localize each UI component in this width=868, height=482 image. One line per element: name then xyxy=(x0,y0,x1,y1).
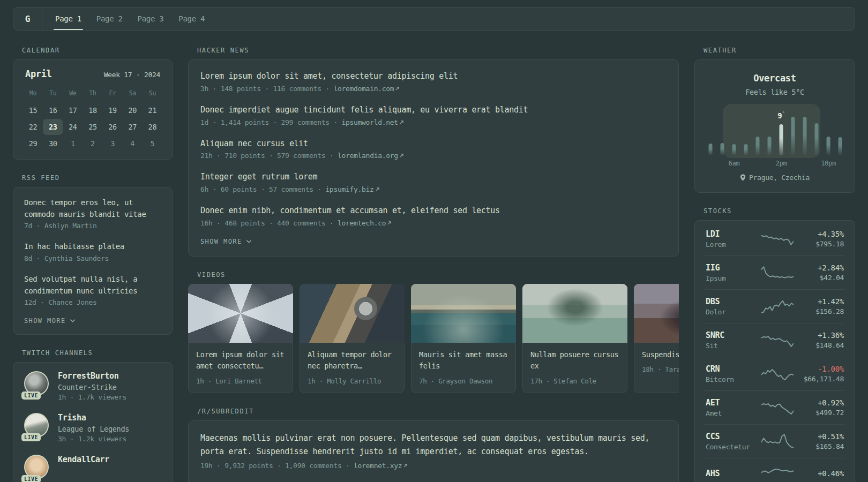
subreddit-post-domain-link[interactable]: loremnet.xyz xyxy=(354,462,402,470)
stock-name: Lorem xyxy=(706,240,757,248)
calendar-day: 25 xyxy=(83,119,102,135)
page-tab[interactable]: Page 2 xyxy=(96,7,123,30)
calendar-day-selected: 23 xyxy=(43,119,63,135)
twitch-channel-meta: 3h · 1.2k viewers xyxy=(58,435,129,443)
video-title: Lorem ipsum dolor sit amet consectetu… xyxy=(196,349,285,372)
twitch-channel-info: ForrestBurton Counter-Strike 1h · 1.7k v… xyxy=(58,371,126,401)
video-title: Suspendisse diam xyxy=(642,349,679,361)
page-tabs: Page 1Page 2Page 3Page 4 xyxy=(42,7,205,30)
weather-bar xyxy=(768,137,772,155)
subreddit-post: Maecenas mollis pulvinar erat non posuer… xyxy=(200,432,667,470)
video-card-body: Mauris sit amet massa felis 7h · Grayson… xyxy=(411,343,515,393)
rss-item: In hac habitasse platea 8d · Cynthia Sau… xyxy=(24,241,161,262)
hn-item-domain-link[interactable]: ipsumify.biz xyxy=(325,185,373,193)
hn-item-domain-link[interactable]: loremdomain.com xyxy=(333,85,394,93)
twitch-channel-name: Trisha xyxy=(58,413,129,423)
video-meta: 1h · Molly Carrillo xyxy=(308,377,396,385)
external-link-icon xyxy=(403,463,408,468)
subreddit-widget: /R/SUBREDDIT Maecenas mollis pulvinar er… xyxy=(188,408,679,482)
video-thumbnail xyxy=(300,284,405,343)
stock-name: Sit xyxy=(706,342,757,350)
video-thumbnail xyxy=(411,284,516,343)
video-meta: 17h · Stefan Cole xyxy=(530,377,619,385)
weather-location-label: Prague, Czechia xyxy=(749,174,810,182)
video-card[interactable]: Lorem ipsum dolor sit amet consectetu… 1… xyxy=(188,284,293,393)
calendar-day: 2 xyxy=(83,135,102,152)
weather-current-temp: 9° xyxy=(777,111,784,120)
page-tab[interactable]: Page 1 xyxy=(55,7,81,30)
hn-item-title[interactable]: Donec enim nibh, condimentum et accumsan… xyxy=(200,205,667,217)
page-tab[interactable]: Page 4 xyxy=(178,7,205,30)
hn-item: Donec imperdiet augue tincidunt felis al… xyxy=(200,104,667,126)
app-logo[interactable]: G xyxy=(13,7,42,30)
hn-item-domain-link[interactable]: loremtech.co xyxy=(338,219,386,227)
video-thumbnail xyxy=(634,284,679,343)
stock-values: +1.36% $148.64 xyxy=(798,331,844,349)
rss-card: Donec tempor eros leo, ut commodo mauris… xyxy=(13,187,173,335)
twitch-channel-row[interactable]: LIVE KendallCarr xyxy=(24,455,161,479)
weather-feels-like: Feels like 5°C xyxy=(705,88,845,96)
hn-item-title[interactable]: Integer eget rutrum lorem xyxy=(200,171,667,183)
stock-change: +0.51% xyxy=(798,432,844,441)
stock-row[interactable]: IIG Ipsum +2.84% $42.04 xyxy=(705,255,845,289)
rss-item-title[interactable]: In hac habitasse platea xyxy=(24,241,161,253)
calendar-day: 26 xyxy=(103,119,123,135)
stock-values: +2.84% $42.04 xyxy=(798,263,844,282)
calendar-day: 1 xyxy=(63,135,83,152)
hn-show-more-button[interactable]: SHOW MORE xyxy=(200,238,252,245)
calendar-section-title: CALENDAR xyxy=(22,47,173,54)
twitch-channel-row[interactable]: LIVE ForrestBurton Counter-Strike 1h · 1… xyxy=(24,371,161,401)
stock-row[interactable]: SNRC Sit +1.36% $148.64 xyxy=(705,323,845,357)
stock-price: $165.84 xyxy=(798,442,844,450)
calendar-day-header: Fr xyxy=(103,87,123,102)
hn-item-stats: 1d · 1,414 points · 299 comments · xyxy=(200,118,341,126)
stock-row[interactable]: AET Amet +0.92% $499.72 xyxy=(705,390,845,424)
weather-bar xyxy=(803,117,807,155)
weather-condition: Overcast xyxy=(705,73,845,84)
rss-show-more-button[interactable]: SHOW MORE xyxy=(24,317,76,325)
hn-item-domain-link[interactable]: loremlandia.org xyxy=(338,152,398,160)
stock-sparkline xyxy=(761,264,794,281)
weather-bar xyxy=(815,123,819,155)
weather-bar xyxy=(709,144,713,155)
twitch-channel-row[interactable]: LIVE Trisha League of Legends 3h · 1.2k … xyxy=(24,413,161,443)
left-column: CALENDAR April Week 17 · 2024 MoTuWeThFr… xyxy=(13,47,173,482)
stock-price: $499.72 xyxy=(798,409,844,417)
rss-item-title[interactable]: Donec tempor eros leo, ut commodo mauris… xyxy=(24,197,161,220)
chevron-down-icon xyxy=(246,239,252,244)
hn-item-meta: 16h · 468 points · 440 comments · loremt… xyxy=(200,219,667,227)
video-card[interactable]: Mauris sit amet massa felis 7h · Grayson… xyxy=(411,284,516,393)
twitch-channel-game: League of Legends xyxy=(58,425,129,433)
calendar-widget: CALENDAR April Week 17 · 2024 MoTuWeThFr… xyxy=(13,47,173,160)
calendar-day: 16 xyxy=(43,102,63,118)
hn-item-title[interactable]: Lorem ipsum dolor sit amet, consectetur … xyxy=(200,71,667,82)
stock-info: CCS Consectetur xyxy=(706,432,757,451)
stock-info: AET Amet xyxy=(706,398,757,417)
video-card[interactable]: Nullam posuere cursus ex 17h · Stefan Co… xyxy=(522,284,627,393)
twitch-channel-info: KendallCarr xyxy=(58,455,109,479)
stock-ticker: AHS xyxy=(706,469,757,478)
calendar-header: April Week 17 · 2024 xyxy=(23,69,162,79)
video-card[interactable]: Suspendisse diam 18h · Tara xyxy=(634,284,679,393)
hn-item-domain-link[interactable]: ipsumworld.net xyxy=(341,118,398,126)
video-card[interactable]: Aliquam tempor dolor nec pharetra… 1h · … xyxy=(300,284,405,393)
video-card-body: Aliquam tempor dolor nec pharetra… 1h · … xyxy=(300,343,404,393)
stock-row[interactable]: AHS +0.46% xyxy=(705,458,845,482)
rss-item: Donec tempor eros leo, ut commodo mauris… xyxy=(24,197,161,230)
weather-bar xyxy=(827,137,830,155)
hn-item-title[interactable]: Aliquam nec cursus elit xyxy=(200,138,667,150)
stock-row[interactable]: DBS Dolor +1.42% $156.28 xyxy=(705,289,845,323)
subreddit-post-title[interactable]: Maecenas mollis pulvinar erat non posuer… xyxy=(200,432,661,459)
stock-sparkline xyxy=(761,433,794,450)
stock-row[interactable]: CRN Bitcorn -1.00% $66,171.48 xyxy=(705,357,845,390)
stock-ticker: LDI xyxy=(706,229,757,239)
stock-sparkline xyxy=(761,365,794,382)
stock-row[interactable]: LDI Lorem +4.35% $795.18 xyxy=(705,222,845,255)
rss-item: Sed volutpat nulla nisl, a condimentum n… xyxy=(24,274,161,306)
stock-name: Ipsum xyxy=(706,274,757,282)
weather-widget: WEATHER Overcast Feels like 5°C 9°6am2pm… xyxy=(694,47,855,193)
hn-item-title[interactable]: Donec imperdiet augue tincidunt felis al… xyxy=(200,104,667,116)
page-tab[interactable]: Page 3 xyxy=(138,7,164,30)
stock-row[interactable]: CCS Consectetur +0.51% $165.84 xyxy=(705,424,845,458)
rss-item-title[interactable]: Sed volutpat nulla nisl, a condimentum n… xyxy=(24,274,161,297)
